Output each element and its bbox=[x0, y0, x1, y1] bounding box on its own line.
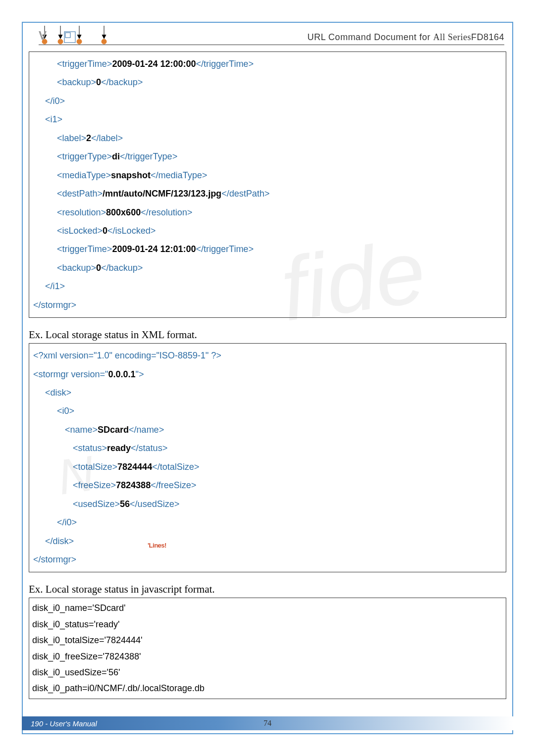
xml-code-box-1: <triggerTime>2009-01-24 12:00:00</trigge… bbox=[29, 51, 506, 318]
code-line: <name>SDcard</name> bbox=[33, 421, 502, 439]
logo-area: V bbox=[39, 29, 47, 43]
logo-v-icon: V bbox=[39, 29, 47, 43]
code-line: <backup>0</backup> bbox=[33, 259, 502, 277]
code-line: disk_i0_totalSize='7824444' bbox=[32, 632, 503, 648]
code-line: </stormgr> bbox=[33, 296, 502, 314]
code-line: <mediaType>snapshot</mediaType> bbox=[33, 166, 502, 185]
code-line: </disk> bbox=[33, 532, 502, 551]
page-header: V URL Command Document for All SeriesFD8… bbox=[39, 29, 504, 45]
code-line: <stormgr version="0.0.0.1"> bbox=[33, 365, 502, 384]
code-line: <backup>0</backup> bbox=[33, 73, 502, 92]
header-model: FD8164 bbox=[471, 32, 504, 42]
code-line: <isLocked>0</isLocked> bbox=[33, 222, 502, 240]
code-line: <resolution>800x600</resolution> bbox=[33, 203, 502, 222]
header-series: All Series bbox=[433, 32, 471, 42]
footer-page-number: 74 bbox=[264, 719, 271, 728]
code-line: <i0> bbox=[33, 402, 502, 420]
code-line: </stormgr> bbox=[33, 551, 502, 569]
code-line: </i0> bbox=[33, 92, 502, 110]
code-line: <destPath>/mnt/auto/NCMF/123/123.jpg</de… bbox=[33, 185, 502, 203]
code-line: disk_i0_path=i0/NCMF/.db/.localStorage.d… bbox=[32, 680, 503, 696]
code-line: <triggerTime>2009-01-24 12:01:00</trigge… bbox=[33, 240, 502, 258]
footer-left-text: 190 - User's Manual bbox=[31, 719, 97, 728]
code-line: <?xml version="1.0" encoding="ISO-8859-1… bbox=[33, 347, 502, 365]
section-label-js: Ex. Local storage status in javascript f… bbox=[29, 583, 506, 596]
xml-code-box-2: <?xml version="1.0" encoding="ISO-8859-1… bbox=[29, 343, 506, 572]
code-line: <status>ready</status> bbox=[33, 439, 502, 457]
code-line: disk_i0_status='ready' bbox=[32, 616, 503, 632]
page-content: <triggerTime>2009-01-24 12:00:00</trigge… bbox=[29, 51, 506, 699]
code-line: disk_i0_name='SDcard' bbox=[32, 600, 503, 616]
code-line: <disk> bbox=[33, 384, 502, 402]
code-line: </i1> bbox=[33, 277, 502, 296]
header-title: URL Command Document for All SeriesFD816… bbox=[308, 32, 504, 43]
page-footer: 190 - User's Manual 74 bbox=[22, 716, 513, 730]
code-line: <totalSize>7824444</totalSize> bbox=[33, 458, 502, 476]
code-line: <label>2</label> bbox=[33, 129, 502, 148]
code-line: <triggerTime>2009-01-24 12:00:00</trigge… bbox=[33, 55, 502, 73]
watermark-small-text: 'Lines! bbox=[148, 542, 166, 549]
code-line: <freeSize>7824388</freeSize> bbox=[33, 476, 502, 495]
section-label-xml: Ex. Local storage status in XML format. bbox=[29, 329, 506, 341]
code-line: <triggerType>di</triggerType> bbox=[33, 148, 502, 166]
code-line: <usedSize>56</usedSize> bbox=[33, 495, 502, 513]
code-line: disk_i0_usedSize='56' bbox=[32, 664, 503, 680]
js-code-box: disk_i0_name='SDcard' disk_i0_status='re… bbox=[29, 598, 506, 699]
code-line: <i1> bbox=[33, 110, 502, 129]
code-line: disk_i0_freeSize='7824388' bbox=[32, 649, 503, 664]
header-prefix: URL Command Document for bbox=[308, 32, 433, 42]
code-line: </i0> bbox=[33, 513, 502, 532]
